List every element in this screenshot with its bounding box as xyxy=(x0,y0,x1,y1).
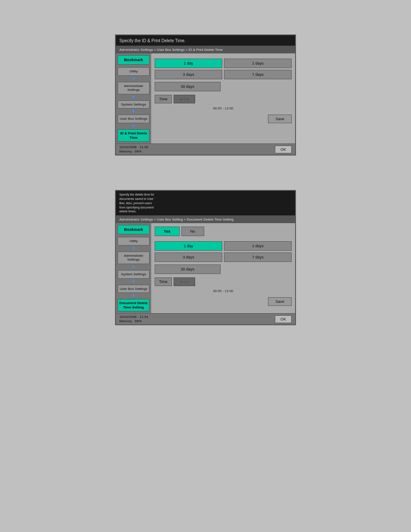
screen1-time-value[interactable]: -- : -- xyxy=(174,95,195,103)
screen1-1day-button[interactable]: 1 day xyxy=(155,59,222,68)
sidebar1-admin-button[interactable]: Administrate Settings xyxy=(118,82,149,94)
sidebar1-userbox-button[interactable]: User Box Settings xyxy=(118,115,149,123)
sidebar2-arrow3: ▼ xyxy=(131,280,136,284)
screen2-30days-row: 30 days xyxy=(155,264,292,274)
sidebar2-userbox-button[interactable]: User Box Settings xyxy=(118,285,149,293)
sidebar2-active-button[interactable]: Document Delete Time Setting xyxy=(118,299,149,311)
screen1-breadcrumb-text: Administrator Settings > User Box Settin… xyxy=(119,48,223,52)
screen1-statusbar: 10/10/2008 11:28 Memory 99% OK xyxy=(116,143,295,155)
screen2-status-datetime: 10/10/2008 11:34 xyxy=(119,315,148,319)
screen1: Specify the ID & Print Delete Time. Admi… xyxy=(115,34,296,156)
screen2-info-line1: Specify the delete time for xyxy=(119,193,292,197)
screen2-info-line2: documents saved to User xyxy=(119,197,292,201)
screen1-save-button[interactable]: Save xyxy=(268,115,292,123)
screen2-time-row: Time -- : -- xyxy=(155,277,292,286)
screen2-save-button[interactable]: Save xyxy=(268,297,292,306)
sidebar1-arrow4: ▼ xyxy=(131,124,136,128)
screen2-breadcrumb: Administrator Settings > User Box Settin… xyxy=(116,215,295,223)
screen2-save-row: Save xyxy=(155,297,292,306)
screen1-body: Bookmark Utility ▼ Administrate Settings… xyxy=(116,53,295,143)
screen2-breadcrumb-text: Administrator Settings > User Box Settin… xyxy=(119,218,234,221)
sidebar2-system-button[interactable]: System Settings xyxy=(118,270,149,279)
screen2-info-line5: delete times. xyxy=(119,209,292,214)
screen2-1day-button[interactable]: 1 day xyxy=(155,241,222,251)
screen1-3days-button[interactable]: 3 days xyxy=(155,70,222,79)
screen1-breadcrumb: Administrator Settings > User Box Settin… xyxy=(116,46,295,53)
screen1-30days-row: 30 days xyxy=(155,82,292,91)
sidebar1-system-button[interactable]: System Settings xyxy=(118,100,149,109)
screen2-day-buttons: 1 day 2 days 3 days 7 days xyxy=(155,241,292,262)
screen2-time-label: Time xyxy=(155,277,172,286)
screen2-yes-button[interactable]: Yes xyxy=(155,227,180,236)
screen1-header-text: Specify the ID & Print Delete Time. xyxy=(119,38,186,43)
screen1-header: Specify the ID & Print Delete Time. xyxy=(116,35,295,46)
screen1-content: 1 day 2 days 3 days 7 days 30 days Time … xyxy=(151,53,295,143)
sidebar1-bookmark-button[interactable]: Bookmark xyxy=(118,55,149,65)
screen2-status-left: 10/10/2008 11:34 Memory 99% xyxy=(119,315,148,323)
screen2-status-memory: Memory 99% xyxy=(119,319,148,323)
screen1-7days-button[interactable]: 7 days xyxy=(224,70,292,79)
screen1-ok-button[interactable]: OK xyxy=(275,146,292,153)
screen2-ok-button[interactable]: OK xyxy=(275,315,292,323)
sidebar2-arrow2: ▼ xyxy=(131,265,136,269)
screen2-time-range: 00:05 - 12:00 xyxy=(155,289,292,293)
screen2-info: Specify the delete time for documents sa… xyxy=(116,191,295,215)
screen1-save-row: Save xyxy=(155,115,292,123)
screen2-info-line4: from specifying document xyxy=(119,205,292,210)
screen1-time-label: Time xyxy=(155,95,172,103)
sidebar2-utility-button[interactable]: Utility xyxy=(118,237,149,246)
screen2-no-button[interactable]: No xyxy=(181,227,205,236)
screen2-2days-button[interactable]: 2 days xyxy=(224,241,292,251)
sidebar1-arrow2: ▼ xyxy=(131,95,136,100)
screen2-statusbar: 10/10/2008 11:34 Memory 99% OK xyxy=(116,313,295,324)
sidebar2-arrow1: ▼ xyxy=(131,246,136,251)
screen2: Specify the delete time for documents sa… xyxy=(115,190,296,325)
screen2-yes-no-row: Yes No xyxy=(155,227,292,236)
screen1-2days-button[interactable]: 2 days xyxy=(224,59,292,68)
screen2-content: Yes No 1 day 2 days 3 days 7 days 30 day… xyxy=(151,223,295,313)
sidebar1-arrow1: ▼ xyxy=(131,77,136,81)
screen1-sidebar: Bookmark Utility ▼ Administrate Settings… xyxy=(116,53,151,143)
screen1-status-datetime: 10/10/2008 11:28 xyxy=(119,145,148,149)
screen1-time-row: Time -- : -- xyxy=(155,95,292,103)
sidebar2-admin-button[interactable]: Administrate Settings xyxy=(118,252,149,264)
sidebar2-bookmark-button[interactable]: Bookmark xyxy=(118,225,149,234)
screen2-info-line3: Box. Also, prevent users xyxy=(119,201,292,205)
screen1-day-buttons: 1 day 2 days 3 days 7 days xyxy=(155,59,292,79)
screen1-30days-button[interactable]: 30 days xyxy=(155,82,221,91)
screen1-status-memory: Memory 99% xyxy=(119,149,148,153)
sidebar1-utility-button[interactable]: Utility xyxy=(118,67,149,76)
sidebar1-arrow3: ▼ xyxy=(131,109,136,114)
screen1-time-range: 00:05 - 12:00 xyxy=(155,106,292,110)
screen1-status-left: 10/10/2008 11:28 Memory 99% xyxy=(119,145,148,153)
screen2-7days-button[interactable]: 7 days xyxy=(224,252,292,262)
sidebar2-arrow4: ▼ xyxy=(131,294,136,298)
sidebar1-active-button[interactable]: ID & Print Delete Time xyxy=(118,129,149,142)
screen2-30days-button[interactable]: 30 days xyxy=(155,264,221,274)
screen2-time-value[interactable]: -- : -- xyxy=(174,277,195,286)
screen2-body: Bookmark Utility ▼ Administrate Settings… xyxy=(116,223,295,313)
screen2-3days-button[interactable]: 3 days xyxy=(155,252,222,262)
screen2-sidebar: Bookmark Utility ▼ Administrate Settings… xyxy=(116,223,151,313)
